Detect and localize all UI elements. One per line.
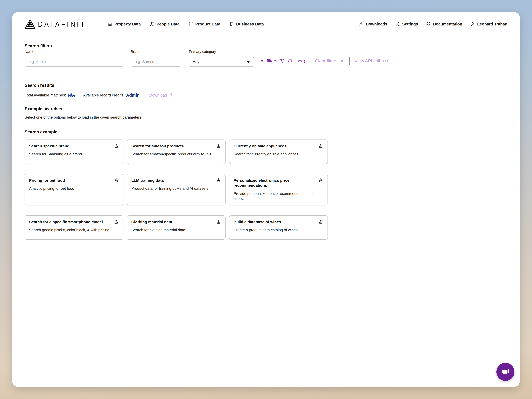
load-search-icon[interactable] <box>216 143 221 149</box>
top-navigation-bar: DATAFINITI Property Data People Data <box>12 12 520 30</box>
clear-filters-button[interactable]: Clear filters <box>315 58 345 63</box>
load-search-icon[interactable] <box>216 219 221 224</box>
divider <box>310 57 310 65</box>
close-icon <box>339 58 345 63</box>
main-content: Search filters Name Brand Primary catego… <box>12 43 520 240</box>
card-title: Search for amazon products <box>131 144 184 149</box>
datafiniti-logo[interactable]: DATAFINITI <box>25 19 90 29</box>
brand-label: Brand <box>131 49 181 54</box>
card-title: LLM training data <box>131 178 164 183</box>
load-search-icon[interactable] <box>318 219 323 224</box>
clear-filters-label: Clear filters <box>315 58 337 63</box>
brand-input[interactable] <box>131 57 181 67</box>
nav-settings[interactable]: Settings <box>395 22 418 27</box>
logo-wordmark: DATAFINITI <box>38 20 90 29</box>
example-card[interactable]: Build a database of wines Create a produ… <box>229 215 328 240</box>
download-label: Download <box>149 93 167 98</box>
example-card[interactable]: Pricing for pet food Analytic pricing fo… <box>25 174 123 205</box>
search-results-title: Search results <box>25 83 507 88</box>
example-card[interactable]: Personalized electronics price recommend… <box>229 174 328 205</box>
example-card[interactable]: Currently on sale appliances Search for … <box>229 140 328 164</box>
search-filters-title: Search filters <box>25 43 507 49</box>
nav-downloads[interactable]: Downloads <box>359 22 387 27</box>
load-search-icon[interactable] <box>216 178 221 183</box>
nav-product-data[interactable]: Product Data <box>188 22 220 27</box>
matches-value: N/A <box>68 93 75 98</box>
download-icon <box>359 22 364 27</box>
nav-documentation[interactable]: ? Documentation <box>426 22 462 27</box>
search-example-title: Search example <box>25 129 507 135</box>
card-description: Provide personalized price recommendatio… <box>234 191 323 201</box>
app-window: DATAFINITI Property Data People Data <box>12 12 520 387</box>
nav-label: Product Data <box>195 22 220 26</box>
card-description: Analytic pricing for pet food <box>29 186 119 191</box>
card-title: Search specific brand <box>29 144 70 149</box>
primary-category-label: Primary category <box>189 49 254 54</box>
download-results-button[interactable]: Download <box>149 92 174 98</box>
card-description: Search google pixel 8, color black, & wi… <box>29 227 119 233</box>
house-icon <box>108 22 113 27</box>
load-search-icon[interactable] <box>318 143 323 149</box>
example-card[interactable]: Clothing material data Search for clothi… <box>127 215 226 240</box>
example-card[interactable]: Search for amazon products Search for am… <box>127 140 226 164</box>
example-searches-section: Example searches Select one of the optio… <box>25 106 507 120</box>
nav-label: Settings <box>402 22 418 26</box>
selected-option: Any <box>193 60 199 64</box>
chat-widget-button[interactable] <box>496 363 514 381</box>
svg-text:?: ? <box>428 22 429 25</box>
nav-label: Business Data <box>236 22 264 26</box>
card-description: Search for amazon-specific products with… <box>131 152 221 157</box>
people-icon <box>150 22 155 27</box>
nav-label: Leonard Trahan <box>477 22 507 26</box>
card-description: Create a product data catalog of wines <box>234 227 323 233</box>
nav-property-data[interactable]: Property Data <box>108 22 141 27</box>
nav-user-account[interactable]: Leonard Trahan <box>470 22 507 27</box>
view-api-call-button[interactable]: View API call </> <box>355 58 389 63</box>
utility-nav: Downloads Settings ? Documentation <box>359 22 507 27</box>
all-filters-label: All filters <box>261 58 277 63</box>
person-icon <box>470 22 475 27</box>
brand-field: Brand <box>131 49 181 67</box>
building-icon <box>229 22 234 27</box>
nav-label: Property Data <box>114 22 141 26</box>
card-description: Search for clothing material data <box>131 227 221 233</box>
sliders-icon <box>395 22 400 27</box>
card-title: Clothing material data <box>131 220 172 224</box>
card-title: Pricing for pet food <box>29 178 65 183</box>
card-description: Search for currently on sale appliances. <box>234 152 323 157</box>
card-title: Currently on sale appliances <box>234 144 286 149</box>
card-title: Build a database of wines <box>234 220 281 224</box>
load-search-icon[interactable] <box>114 178 119 183</box>
primary-nav: Property Data People Data Product Data <box>108 22 264 27</box>
example-card[interactable]: Search for a specific smartphone model S… <box>25 215 123 240</box>
example-card[interactable]: Search specific brand Search for Samsung… <box>25 140 123 164</box>
nav-label: Documentation <box>433 22 462 26</box>
primary-category-select[interactable]: Any <box>189 57 254 67</box>
nav-label: People Data <box>157 22 180 26</box>
load-search-icon[interactable] <box>318 178 323 183</box>
filters-used-count: (0 Used) <box>288 58 305 63</box>
credits-label: Available record credits: <box>83 93 124 98</box>
code-icon: </> <box>382 58 389 63</box>
example-card[interactable]: LLM training data Product data for train… <box>127 174 226 205</box>
credits-value: Admin <box>126 93 139 98</box>
name-input[interactable] <box>25 57 123 67</box>
all-filters-button[interactable]: All filters <box>261 58 285 63</box>
load-search-icon[interactable] <box>114 219 119 224</box>
filter-sliders-icon <box>279 58 285 63</box>
datafiniti-triangle-icon <box>25 19 35 29</box>
load-search-icon[interactable] <box>114 143 119 149</box>
card-title: Personalized electronics price recommend… <box>234 178 316 188</box>
example-searches-title: Example searches <box>25 106 507 111</box>
nav-business-data[interactable]: Business Data <box>229 22 264 27</box>
results-stats-row: Total available matches: N/A Available r… <box>25 92 507 98</box>
nav-people-data[interactable]: People Data <box>150 22 180 27</box>
matches-label: Total available matches: <box>25 93 66 98</box>
example-cards-grid: Search specific brand Search for Samsung… <box>25 140 507 240</box>
primary-category-field: Primary category Any <box>189 49 254 67</box>
divider <box>349 57 350 65</box>
card-description: Product data for training LLMs and AI da… <box>131 186 221 191</box>
filters-row: Name Brand Primary category Any A <box>25 49 507 67</box>
chat-bubbles-icon <box>501 367 510 376</box>
help-pin-icon: ? <box>426 22 431 27</box>
